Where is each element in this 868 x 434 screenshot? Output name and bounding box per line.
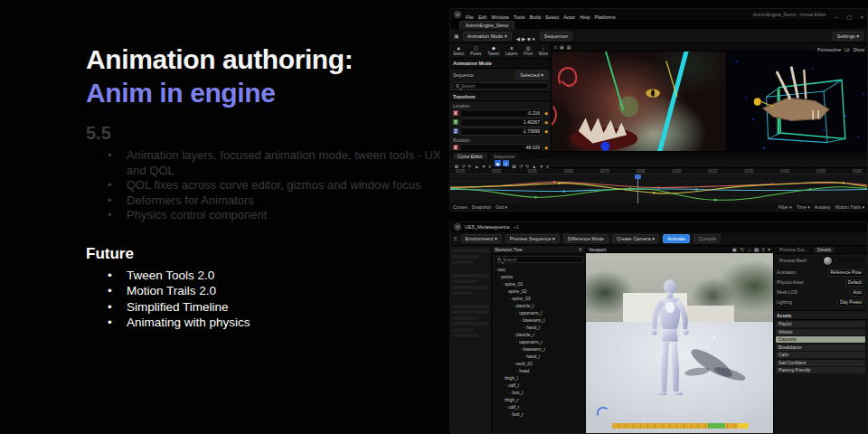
editor-mode-dropdown[interactable]: Animation Mode ▾: [463, 32, 512, 41]
transport-icon[interactable]: ■: [527, 36, 530, 42]
hamburger-icon[interactable]: ≡: [454, 236, 458, 241]
asset-list-item[interactable]: Calm: [776, 352, 865, 358]
viewport-tab[interactable]: Viewport ▣↻◇▦≡▾: [586, 246, 773, 253]
keyframe-icon[interactable]: ◆: [544, 145, 548, 150]
bone-tree-item[interactable]: spine_01: [492, 280, 585, 288]
asset-list-item[interactable]: Sad Confident: [776, 360, 865, 366]
menu-item[interactable]: File: [466, 14, 474, 20]
property-value[interactable]: Reference Pose: [828, 269, 864, 277]
bone-tree-item[interactable]: root: [492, 266, 585, 273]
viewport-pill-icon[interactable]: ≡: [761, 247, 765, 252]
level-tab[interactable]: AnimInEngine_Demo: [459, 21, 514, 29]
asset-row[interactable]: [452, 260, 473, 264]
location-x-value[interactable]: -0.216: [460, 109, 542, 118]
poses-tool-button[interactable]: ◻Poses: [470, 45, 482, 56]
transport-icon[interactable]: ◀: [516, 36, 520, 42]
playhead-handle[interactable]: [635, 175, 641, 179]
preview-scene-tab[interactable]: Preview Sce...: [776, 247, 812, 253]
more-tools-button[interactable]: ⋮More: [539, 45, 548, 56]
asset-list-item[interactable]: Athletic: [776, 329, 865, 335]
location-y-value[interactable]: 1.40267: [460, 118, 542, 127]
menu-item[interactable]: Build: [530, 14, 541, 20]
asset-row[interactable]: [452, 291, 473, 295]
viewport-pill-icon[interactable]: ▾: [768, 247, 770, 252]
toolbar-dropdown[interactable]: Preview Sequence ▾: [505, 234, 560, 243]
compile-button[interactable]: Compile: [693, 234, 721, 243]
asset-row[interactable]: [452, 286, 489, 289]
bone-tree-item[interactable]: lowerarm_r: [492, 345, 585, 353]
bone-tree-item[interactable]: calf_l: [492, 382, 585, 389]
asset-row[interactable]: [452, 274, 489, 278]
location-group-label[interactable]: Location: [450, 101, 551, 108]
bone-tree-item[interactable]: calf_r: [492, 403, 585, 410]
animate-button[interactable]: Animate: [663, 234, 690, 243]
assets-section-header[interactable]: Assets: [774, 310, 867, 320]
maximize-button[interactable]: ▢: [846, 14, 852, 20]
status-button[interactable]: Filter ▾: [778, 204, 792, 210]
asset-list-item[interactable]: Passing Friendly: [776, 367, 865, 373]
status-button[interactable]: Snapshot: [472, 204, 491, 210]
dragon-closeup-viewport[interactable]: [552, 52, 727, 151]
preview-scene[interactable]: [586, 253, 773, 433]
keyframe-icon[interactable]: ◆: [544, 110, 548, 116]
details-search-box[interactable]: Search: [452, 82, 549, 90]
property-value[interactable]: Default: [845, 279, 864, 287]
viewport-options-icon[interactable]: ≡: [554, 44, 557, 50]
viewport-pill-icon[interactable]: ▦: [754, 247, 760, 252]
save-icon[interactable]: ▣: [454, 33, 459, 39]
bone-tree-item[interactable]: upperarm_l: [492, 309, 585, 316]
menu-item[interactable]: Window: [491, 14, 509, 20]
viewport-pill-icon[interactable]: ↻: [740, 247, 744, 252]
status-button[interactable]: Motion Trails ▾: [835, 204, 864, 210]
preview-mesh-value[interactable]: SKM_Quinn: [835, 258, 864, 265]
rotation-group-label[interactable]: Rotation: [450, 136, 551, 143]
sequence-dropdown[interactable]: Selected ▾: [515, 71, 548, 80]
viewport-pill-icon[interactable]: ◇: [747, 247, 751, 252]
status-button[interactable]: Grid ▾: [495, 204, 507, 210]
pivot-tool-button[interactable]: ◎Pivot: [524, 45, 533, 56]
close-button[interactable]: ×: [860, 14, 863, 20]
asset-tab[interactable]: UE5_Metasequence: [465, 224, 510, 230]
key-interp-linear-icon[interactable]: ◇: [503, 160, 509, 166]
bone-tree-item[interactable]: spine_03: [492, 295, 585, 302]
transport-icon[interactable]: ●: [533, 36, 535, 42]
asset-list-item[interactable]: Capoeira: [776, 336, 865, 343]
timeline-scrub-bar[interactable]: [612, 423, 749, 429]
menu-item[interactable]: Platforms: [594, 14, 615, 20]
status-button[interactable]: Curves: [453, 204, 467, 210]
property-value[interactable]: Day Preset: [837, 299, 864, 307]
extra-tab-count[interactable]: +1: [514, 224, 519, 230]
select-tool-button[interactable]: ▲Select: [453, 45, 465, 56]
location-z-value[interactable]: -1.73999: [460, 127, 542, 136]
sequencer-button[interactable]: Sequencer: [540, 32, 573, 41]
asset-row[interactable]: [452, 255, 478, 259]
bone-search-box[interactable]: Search: [494, 256, 583, 263]
key-interp-auto-icon[interactable]: ◆: [495, 160, 501, 166]
toolbar-dropdown[interactable]: Difference Mode: [563, 234, 609, 243]
skeleton-tree-tab[interactable]: Skeleton Tree ✳: [492, 246, 585, 254]
layers-tool-button[interactable]: ≡Layers: [505, 45, 518, 56]
bone-tree-item[interactable]: clavicle_r: [492, 331, 585, 338]
transform-section-header[interactable]: Transform: [450, 91, 551, 101]
asset-row[interactable]: [452, 328, 473, 332]
panel-gear-icon[interactable]: ✳: [578, 247, 582, 252]
keyframe-icon[interactable]: ◆: [544, 119, 548, 125]
bone-tree-item[interactable]: upperarm_r: [492, 338, 585, 345]
bone-tree-item[interactable]: spine_02: [492, 288, 585, 295]
status-button[interactable]: Time ▾: [797, 204, 810, 210]
asset-row[interactable]: [452, 334, 478, 337]
mesh-thumbnail[interactable]: [823, 256, 833, 266]
bone-tree-item[interactable]: lowerarm_l: [492, 316, 585, 324]
transport-icon[interactable]: ▶: [522, 36, 525, 42]
dragon-perspective-viewport[interactable]: [727, 52, 867, 151]
toolbar-dropdown[interactable]: Create Camera ▾: [612, 234, 659, 243]
bone-tree-item[interactable]: hand_l: [492, 324, 585, 331]
grid-icon[interactable]: ▦: [567, 44, 571, 50]
bone-tree-item[interactable]: thigh_l: [492, 374, 585, 382]
asset-row[interactable]: [452, 322, 489, 326]
asset-row[interactable]: [452, 310, 489, 314]
asset-row[interactable]: [452, 279, 478, 283]
tween-tool-button[interactable]: ◆Tween: [487, 45, 499, 56]
curve-graph[interactable]: [450, 175, 867, 203]
property-value[interactable]: Auto: [850, 289, 864, 297]
